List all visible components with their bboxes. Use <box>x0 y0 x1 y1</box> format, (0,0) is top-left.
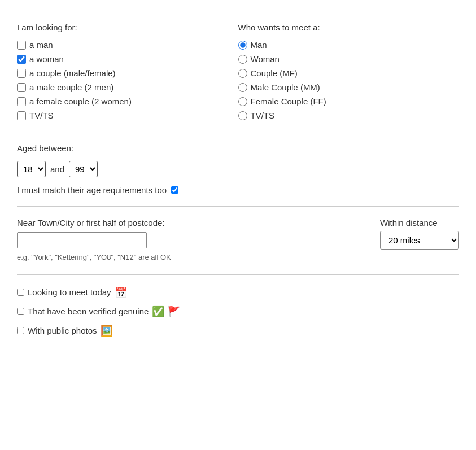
who-wants-wm_woman-label: Woman <box>251 54 280 64</box>
who-wants-wm_woman-radio[interactable] <box>238 55 247 64</box>
looking-for-item: a woman <box>17 54 238 64</box>
age-max-select[interactable]: 1819202122232425262728293035404550556065… <box>69 161 98 177</box>
who-wants-wm_man-label: Man <box>251 40 267 50</box>
looking-for-woman-label: a woman <box>29 54 64 64</box>
age-match-checkbox[interactable] <box>171 186 178 194</box>
looking-for-tv_ts-label: TV/TS <box>29 111 54 120</box>
who-wants-item: Male Couple (MM) <box>238 82 460 92</box>
looking-for-item: a couple (male/female) <box>17 68 238 78</box>
looking-for-man-checkbox[interactable] <box>17 41 26 50</box>
who-wants-wm_female_couple-radio[interactable] <box>238 97 247 106</box>
looking-for-title: I am looking for: <box>17 23 238 32</box>
looking-for-male_couple-label: a male couple (2 men) <box>29 82 113 92</box>
looking-for-item: a man <box>17 40 238 50</box>
who-wants-item: Woman <box>238 54 460 64</box>
meet-today-checkbox[interactable] <box>17 289 24 296</box>
age-and-label: and <box>50 164 64 174</box>
who-wants-wm_man-radio[interactable] <box>238 41 247 50</box>
location-title: Near Town/City or first half of postcode… <box>17 218 357 228</box>
who-wants-item: TV/TS <box>238 111 460 120</box>
looking-for-item: TV/TS <box>17 111 238 120</box>
looking-for-female_couple-label: a female couple (2 women) <box>29 97 132 106</box>
looking-for-man-label: a man <box>29 40 53 50</box>
verified-checkbox[interactable] <box>17 308 24 315</box>
looking-for-group: a mana womana couple (male/female)a male… <box>17 40 238 120</box>
location-example: e.g. "York", "Kettering", "YO8", "N12" a… <box>17 252 357 263</box>
who-wants-wm_tv_ts-label: TV/TS <box>251 111 275 120</box>
verified-label: That have been verified genuine <box>28 307 149 316</box>
photos-checkbox[interactable] <box>17 327 24 334</box>
looking-for-item: a male couple (2 men) <box>17 82 238 92</box>
looking-for-couple-label: a couple (male/female) <box>29 68 116 78</box>
meet-today-label: Looking to meet today <box>28 287 111 297</box>
who-wants-wm_couple-label: Couple (MF) <box>251 68 298 78</box>
verified-flag-icon: 🚩 <box>168 305 180 318</box>
who-wants-wm_male_couple-radio[interactable] <box>238 83 247 92</box>
calendar-icon: 📅 <box>115 286 127 299</box>
photos-icon: 🖼️ <box>101 325 113 337</box>
looking-for-tv_ts-checkbox[interactable] <box>17 111 26 120</box>
looking-for-item: a female couple (2 women) <box>17 97 238 106</box>
age-min-select[interactable]: 1819202122232425262728293035404550556065… <box>17 161 46 177</box>
who-wants-title: Who wants to meet a: <box>238 23 460 32</box>
age-match-label: I must match their age requirements too <box>17 185 167 195</box>
who-wants-wm_male_couple-label: Male Couple (MM) <box>251 82 320 92</box>
looking-for-woman-checkbox[interactable] <box>17 55 26 64</box>
who-wants-wm_tv_ts-radio[interactable] <box>238 111 247 120</box>
who-wants-item: Female Couple (FF) <box>238 97 460 106</box>
who-wants-item: Man <box>238 40 460 50</box>
who-wants-wm_female_couple-label: Female Couple (FF) <box>251 97 326 106</box>
who-wants-item: Couple (MF) <box>238 68 460 78</box>
distance-select[interactable]: 5 miles10 miles20 miles30 miles50 miles1… <box>380 231 459 250</box>
looking-for-female_couple-checkbox[interactable] <box>17 97 26 106</box>
verified-green-icon: ✅ <box>152 305 164 318</box>
age-title: Aged between: <box>17 143 459 153</box>
looking-for-couple-checkbox[interactable] <box>17 69 26 78</box>
who-wants-wm_couple-radio[interactable] <box>238 69 247 78</box>
who-wants-group: ManWomanCouple (MF)Male Couple (MM)Femal… <box>238 40 460 120</box>
town-input[interactable] <box>17 232 147 248</box>
photos-label: With public photos <box>28 326 97 335</box>
looking-for-male_couple-checkbox[interactable] <box>17 83 26 92</box>
distance-title: Within distance <box>380 218 459 228</box>
